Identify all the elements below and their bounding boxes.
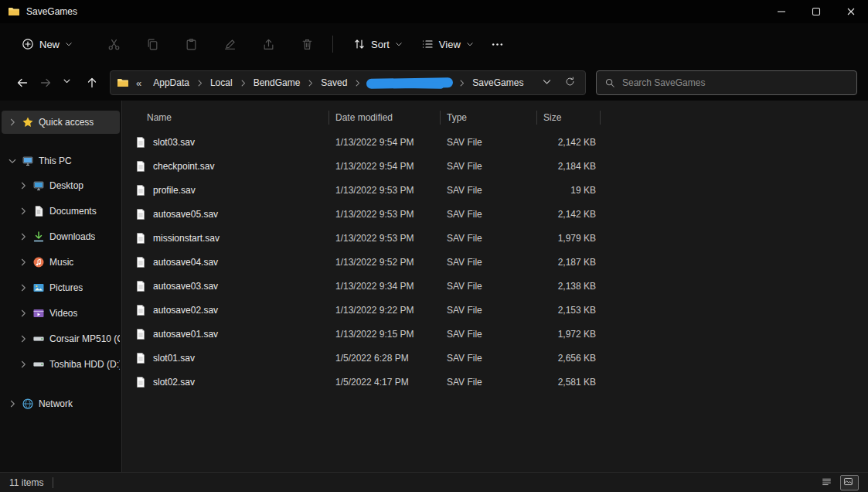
file-row[interactable]: slot03.sav1/13/2022 9:54 PMSAV File2,142…	[134, 130, 868, 154]
large-icons-view-button[interactable]	[840, 475, 859, 490]
sidebar-item-network[interactable]: Network	[2, 392, 120, 415]
status-bar: 11 items	[0, 472, 868, 492]
sidebar-item-label: Toshiba HDD (D:)	[49, 359, 120, 370]
navigation-pane: Quick accessThis PCDesktopDocumentsDownl…	[0, 101, 122, 472]
column-header-size[interactable]: Size	[537, 111, 601, 125]
command-bar: New Sort View	[0, 23, 868, 65]
sidebar-item-music[interactable]: Music	[2, 250, 120, 275]
file-row[interactable]: slot02.sav1/5/2022 4:17 PMSAV File2,581 …	[134, 370, 868, 394]
search-box[interactable]	[596, 70, 857, 95]
up-button[interactable]	[80, 71, 104, 94]
breadcrumb-item[interactable]: SaveGames	[468, 75, 528, 91]
breadcrumb-separator-icon	[458, 79, 466, 87]
details-view-button[interactable]	[819, 475, 837, 490]
delete-button[interactable]	[292, 30, 322, 58]
chevron-right-icon[interactable]	[19, 181, 28, 190]
sidebar-item-quick-access[interactable]: Quick access	[2, 111, 120, 134]
column-headers: NameDate modifiedTypeSize	[134, 108, 868, 127]
file-size: 2,187 KB	[537, 257, 601, 268]
file-row[interactable]: checkpoint.sav1/13/2022 9:54 PMSAV File2…	[134, 154, 868, 178]
rename-button[interactable]	[215, 30, 244, 58]
file-row[interactable]: autosave01.sav1/13/2022 9:15 PMSAV File1…	[134, 322, 868, 346]
file-icon	[134, 232, 147, 244]
file-row[interactable]: autosave04.sav1/13/2022 9:52 PMSAV File2…	[134, 250, 868, 274]
sidebar-item-label: Quick access	[39, 117, 94, 128]
file-icon	[134, 328, 147, 340]
chevron-right-icon[interactable]	[19, 232, 28, 241]
sidebar-item-videos[interactable]: Videos	[2, 301, 120, 326]
breadcrumb-overflow[interactable]: «	[134, 77, 143, 89]
large-icons-view-icon	[843, 477, 856, 489]
breadcrumb-item[interactable]: Saved	[316, 75, 352, 91]
forward-button[interactable]	[34, 71, 57, 94]
sidebar-item-label: Desktop	[49, 180, 83, 191]
sort-button-label: Sort	[371, 39, 390, 50]
file-type: SAV File	[441, 233, 537, 244]
view-button-label: View	[439, 39, 461, 50]
file-row[interactable]: profile.sav1/13/2022 9:53 PMSAV File19 K…	[134, 178, 868, 202]
cut-button[interactable]	[99, 30, 128, 58]
sidebar-item-desktop[interactable]: Desktop	[2, 173, 120, 198]
chevron-right-icon[interactable]	[19, 207, 28, 216]
sort-button[interactable]: Sort	[344, 32, 412, 56]
chevron-down-icon[interactable]	[8, 156, 17, 166]
view-button[interactable]: View	[412, 32, 483, 56]
column-header-type[interactable]: Type	[441, 111, 537, 125]
sidebar-item-this-pc[interactable]: This PC	[2, 149, 120, 173]
arrow-left-icon	[16, 77, 29, 89]
maximize-button[interactable]	[798, 0, 833, 23]
address-bar[interactable]: « AppDataLocalBendGameSavedSaveGames	[110, 70, 586, 95]
chevron-right-icon[interactable]	[19, 360, 28, 369]
file-row[interactable]: slot01.sav1/5/2022 6:28 PMSAV File2,656 …	[134, 346, 868, 370]
chevron-right-icon[interactable]	[19, 334, 28, 343]
breadcrumb-item[interactable]: BendGame	[249, 75, 305, 91]
sidebar-item-pictures[interactable]: Pictures	[2, 275, 120, 300]
file-row[interactable]: autosave05.sav1/13/2022 9:53 PMSAV File2…	[134, 202, 868, 226]
chevron-right-icon[interactable]	[8, 399, 17, 408]
share-icon	[262, 38, 275, 51]
new-button[interactable]: New	[12, 32, 82, 56]
sidebar-item-toshiba-hdd-d[interactable]: Toshiba HDD (D:)	[2, 352, 120, 377]
breadcrumb-item[interactable]: Local	[206, 75, 237, 91]
breadcrumb-item[interactable]: AppData	[148, 75, 194, 91]
column-header-date-modified[interactable]: Date modified	[329, 111, 441, 125]
window-controls	[764, 0, 868, 23]
file-row[interactable]: autosave02.sav1/13/2022 9:22 PMSAV File2…	[134, 298, 868, 322]
file-date-modified: 1/13/2022 9:53 PM	[329, 233, 441, 244]
copy-icon	[146, 38, 159, 51]
recent-locations-button[interactable]	[57, 71, 80, 94]
sidebar-item-downloads[interactable]: Downloads	[2, 224, 120, 249]
music-icon	[32, 256, 45, 268]
file-icon	[134, 208, 147, 220]
chevron-right-icon[interactable]	[19, 309, 28, 318]
sidebar-item-documents[interactable]: Documents	[2, 199, 120, 224]
share-button[interactable]	[254, 30, 283, 58]
copy-button[interactable]	[138, 30, 167, 58]
file-icon	[134, 136, 147, 149]
chevron-right-icon[interactable]	[19, 258, 28, 267]
file-name: slot01.sav	[153, 353, 195, 364]
address-dropdown-button[interactable]	[540, 75, 556, 91]
close-button[interactable]	[833, 0, 868, 23]
paste-button[interactable]	[176, 30, 206, 58]
more-options-button[interactable]	[483, 30, 512, 58]
sidebar-item-label: Downloads	[49, 231, 95, 242]
chevron-right-icon[interactable]	[19, 283, 28, 292]
clipboard-buttons	[99, 30, 322, 58]
toolbar-divider	[332, 36, 333, 53]
column-header-name[interactable]: Name	[134, 111, 329, 125]
search-input[interactable]	[622, 77, 849, 88]
file-row[interactable]: missionstart.sav1/13/2022 9:53 PMSAV Fil…	[134, 226, 868, 250]
pictures-icon	[32, 282, 45, 294]
view-icon	[421, 38, 434, 50]
sidebar-item-corsair-mp510-c[interactable]: Corsair MP510 (C:	[2, 326, 120, 351]
file-size: 19 KB	[537, 185, 601, 196]
minimize-button[interactable]	[764, 0, 798, 23]
back-button[interactable]	[11, 71, 34, 94]
maximize-icon	[810, 5, 822, 18]
refresh-button[interactable]	[563, 75, 579, 91]
chevron-right-icon[interactable]	[8, 118, 17, 127]
file-row[interactable]: autosave03.sav1/13/2022 9:34 PMSAV File2…	[134, 274, 868, 298]
chevron-down-icon	[63, 77, 75, 89]
file-icon	[134, 352, 147, 364]
